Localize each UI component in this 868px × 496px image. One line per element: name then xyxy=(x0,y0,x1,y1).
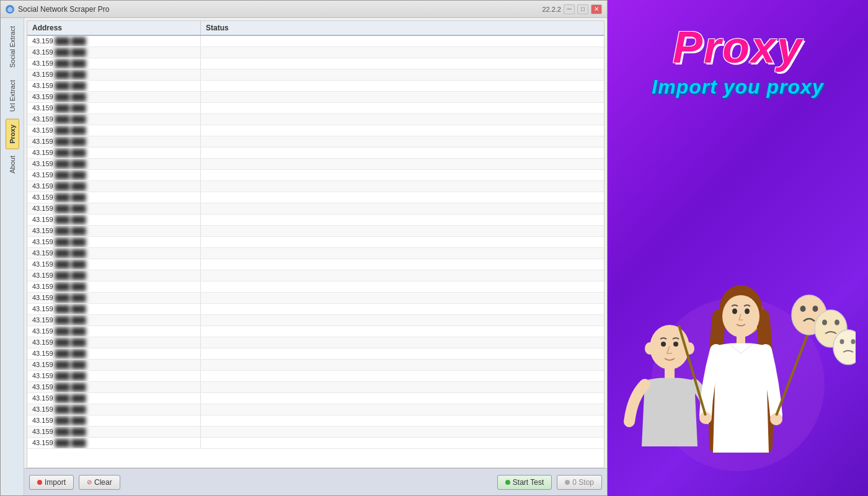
cell-status xyxy=(201,337,604,348)
cell-status xyxy=(201,304,604,314)
cell-address: 43.159 ███.███ xyxy=(27,136,201,147)
table-row[interactable]: 43.159 ███.███ xyxy=(27,203,604,215)
cell-status xyxy=(201,415,604,426)
svg-point-25 xyxy=(835,320,839,326)
cell-status xyxy=(201,404,604,415)
cell-address: 43.159 ███.███ xyxy=(27,248,201,259)
table-row[interactable]: 43.159 ███.███ xyxy=(27,393,604,404)
table-row[interactable]: 43.159 ███.███ xyxy=(27,348,604,360)
table-row[interactable]: 43.159 ███.███ xyxy=(27,382,604,393)
clear-icon: ⊘ xyxy=(87,479,92,485)
start-test-button[interactable]: Start Test xyxy=(497,475,552,490)
close-button[interactable]: ✕ xyxy=(591,4,602,14)
table-row[interactable]: 43.159 ███.███ xyxy=(27,81,604,92)
table-row[interactable]: 43.159 ███.███ xyxy=(27,259,604,270)
svg-point-3 xyxy=(661,342,666,347)
col-header-address: Address xyxy=(27,21,201,35)
cell-address: 43.159 ███.███ xyxy=(27,315,201,326)
clear-button[interactable]: ⊘ Clear xyxy=(79,475,120,490)
cell-status xyxy=(201,281,604,292)
table-row[interactable]: 43.159 ███.███ xyxy=(27,315,604,326)
table-row[interactable]: 43.159 ███.███ xyxy=(27,427,604,438)
cell-address: 43.159 ███.███ xyxy=(27,348,201,359)
table-row[interactable]: 43.159 ███.███ xyxy=(27,58,604,69)
table-row[interactable]: 43.159 ███.███ xyxy=(27,181,604,192)
table-row[interactable]: 43.159 ███.███ xyxy=(27,36,604,47)
right-panel: Proxy Import you proxy xyxy=(608,0,868,496)
table-row[interactable]: 43.159 ███.███ xyxy=(27,293,604,304)
cell-address: 43.159 ███.███ xyxy=(27,415,201,426)
table-row[interactable]: 43.159 ███.███ xyxy=(27,270,604,281)
table-row[interactable]: 43.159 ███.███ xyxy=(27,360,604,371)
cell-status xyxy=(201,348,604,359)
table-row[interactable]: 43.159 ███.███ xyxy=(27,92,604,103)
bottom-toolbar: Import ⊘ Clear Start Test 0 Stop xyxy=(24,468,607,495)
table-row[interactable]: 43.159 ███.███ xyxy=(27,404,604,415)
version-label: 22.2.2 xyxy=(542,6,561,13)
table-row[interactable]: 43.159 ███.███ xyxy=(27,281,604,293)
sidebar-tab-social-extract[interactable]: Social Extract xyxy=(6,20,19,73)
title-bar-left: ◎ Social Network Scraper Pro xyxy=(6,5,109,14)
table-row[interactable]: 43.159 ███.███ xyxy=(27,103,604,114)
cell-address: 43.159 ███.███ xyxy=(27,36,201,46)
cell-status xyxy=(201,226,604,236)
table-row[interactable]: 43.159 ███.███ xyxy=(27,148,604,159)
table-row[interactable]: 43.159 ███.███ xyxy=(27,304,604,315)
table-row[interactable]: 43.159 ███.███ xyxy=(27,438,604,449)
table-row[interactable]: 43.159 ███.███ xyxy=(27,47,604,58)
proxy-table: Address Status 43.159 ███.███43.159 ███.… xyxy=(27,20,604,468)
cell-address: 43.159 ███.███ xyxy=(27,371,201,381)
import-button[interactable]: Import xyxy=(29,475,74,490)
table-row[interactable]: 43.159 ███.███ xyxy=(27,159,604,170)
table-row[interactable]: 43.159 ███.███ xyxy=(27,69,604,81)
svg-line-17 xyxy=(776,322,812,415)
table-row[interactable]: 43.159 ███.███ xyxy=(27,237,604,248)
cell-status xyxy=(201,438,604,448)
cell-status xyxy=(201,58,604,69)
cell-address: 43.159 ███.███ xyxy=(27,103,201,113)
stop-button[interactable]: 0 Stop xyxy=(557,475,602,490)
table-row[interactable]: 43.159 ███.███ xyxy=(27,371,604,382)
table-row[interactable]: 43.159 ███.███ xyxy=(27,326,604,337)
cell-address: 43.159 ███.███ xyxy=(27,192,201,203)
cell-address: 43.159 ███.███ xyxy=(27,159,201,169)
right-panel-bottom xyxy=(620,260,856,496)
cell-status xyxy=(201,270,604,281)
table-row[interactable]: 43.159 ███.███ xyxy=(27,136,604,148)
table-row[interactable]: 43.159 ███.███ xyxy=(27,248,604,259)
svg-point-13 xyxy=(732,309,737,314)
svg-point-22 xyxy=(813,306,818,312)
cell-address: 43.159 ███.███ xyxy=(27,58,201,69)
cell-address: 43.159 ███.███ xyxy=(27,203,201,214)
cell-status xyxy=(201,427,604,437)
sidebar-tab-about[interactable]: About xyxy=(6,150,19,179)
cell-status xyxy=(201,125,604,136)
table-row[interactable]: 43.159 ███.███ xyxy=(27,170,604,181)
cell-status xyxy=(201,259,604,270)
table-row[interactable]: 43.159 ███.███ xyxy=(27,226,604,237)
table-header: Address Status xyxy=(27,21,604,36)
table-row[interactable]: 43.159 ███.███ xyxy=(27,337,604,348)
table-row[interactable]: 43.159 ███.███ xyxy=(27,215,604,226)
sidebar-tab-url-extract[interactable]: Url Extract xyxy=(6,74,19,117)
cell-address: 43.159 ███.███ xyxy=(27,148,201,158)
cell-address: 43.159 ███.███ xyxy=(27,47,201,58)
svg-point-21 xyxy=(800,306,806,312)
import-subtitle: Import you proxy xyxy=(652,76,823,99)
svg-point-4 xyxy=(673,342,678,347)
table-body[interactable]: 43.159 ███.███43.159 ███.███43.159 ███.█… xyxy=(27,36,604,466)
table-row[interactable]: 43.159 ███.███ xyxy=(27,415,604,427)
cell-status xyxy=(201,371,604,381)
table-row[interactable]: 43.159 ███.███ xyxy=(27,192,604,203)
svg-point-28 xyxy=(851,339,856,344)
minimize-button[interactable]: ─ xyxy=(564,4,575,14)
maximize-button[interactable]: □ xyxy=(577,4,588,14)
sidebar-tab-proxy[interactable]: Proxy xyxy=(6,119,19,149)
right-panel-top: Proxy Import you proxy xyxy=(652,19,823,99)
cell-address: 43.159 ███.███ xyxy=(27,404,201,415)
cell-status xyxy=(201,69,604,80)
cell-status xyxy=(201,148,604,158)
cell-address: 43.159 ███.███ xyxy=(27,114,201,125)
table-row[interactable]: 43.159 ███.███ xyxy=(27,114,604,125)
table-row[interactable]: 43.159 ███.███ xyxy=(27,125,604,136)
